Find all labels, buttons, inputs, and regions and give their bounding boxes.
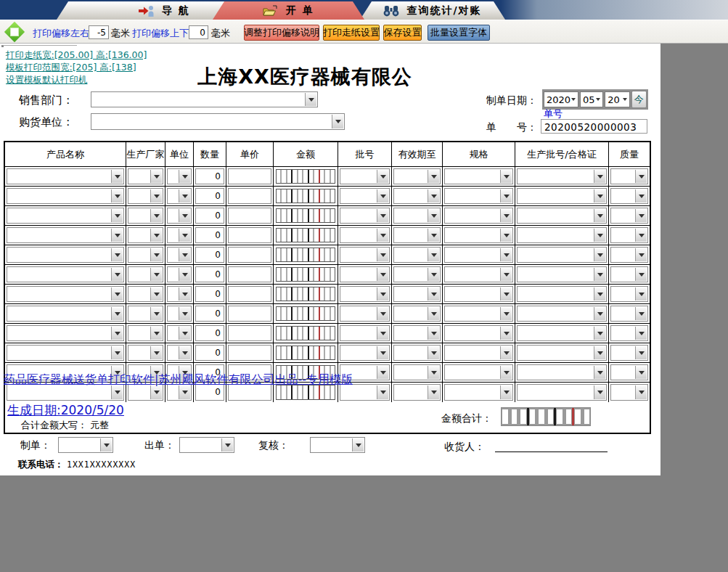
batch-no-combobox[interactable] bbox=[340, 247, 390, 263]
chevron-down-icon[interactable] bbox=[377, 327, 388, 340]
quality-combobox[interactable] bbox=[610, 286, 648, 302]
prod-batch-cert-combobox[interactable] bbox=[517, 384, 607, 401]
unit-price-input[interactable] bbox=[228, 188, 271, 204]
chevron-down-icon[interactable] bbox=[635, 366, 647, 379]
chevron-down-icon[interactable] bbox=[500, 307, 512, 320]
product-combobox[interactable] bbox=[7, 306, 124, 322]
chevron-down-icon[interactable] bbox=[571, 98, 576, 101]
vendor-watermark-link[interactable]: 药品医疗器械送货单打印软件|苏州飓风软件有限公司出品--专用模版 bbox=[4, 372, 353, 388]
chevron-down-icon[interactable] bbox=[500, 287, 512, 301]
spec-combobox[interactable] bbox=[444, 345, 513, 361]
chevron-down-icon[interactable] bbox=[428, 268, 439, 281]
unit-combobox[interactable] bbox=[167, 266, 192, 282]
quantity-input[interactable]: 0 bbox=[195, 188, 224, 204]
year-dropdown[interactable]: 2020 bbox=[544, 91, 578, 107]
prod-batch-cert-combobox[interactable] bbox=[517, 227, 607, 243]
chevron-down-icon[interactable] bbox=[111, 307, 123, 320]
chevron-down-icon[interactable] bbox=[500, 366, 512, 379]
chevron-down-icon[interactable] bbox=[594, 366, 605, 379]
chevron-down-icon[interactable] bbox=[179, 346, 190, 359]
unit-price-input[interactable] bbox=[228, 168, 271, 184]
chevron-down-icon[interactable] bbox=[150, 189, 162, 203]
manufacturer-combobox[interactable] bbox=[128, 188, 163, 204]
unit-price-input[interactable] bbox=[228, 306, 271, 322]
chevron-down-icon[interactable] bbox=[428, 366, 439, 379]
manufacturer-combobox[interactable] bbox=[128, 325, 163, 341]
product-combobox[interactable] bbox=[7, 266, 124, 282]
prod-batch-cert-combobox[interactable] bbox=[517, 168, 607, 184]
chevron-down-icon[interactable] bbox=[111, 287, 123, 301]
chevron-down-icon[interactable] bbox=[594, 229, 605, 242]
day-dropdown[interactable]: 20 bbox=[605, 91, 629, 107]
quality-combobox[interactable] bbox=[610, 306, 648, 322]
unit-combobox[interactable] bbox=[167, 227, 192, 243]
prod-batch-cert-combobox[interactable] bbox=[517, 325, 607, 341]
manufacturer-combobox[interactable] bbox=[128, 168, 163, 184]
chevron-down-icon[interactable] bbox=[594, 385, 605, 399]
generated-date-link[interactable]: 生成日期:2020/5/20 bbox=[7, 402, 124, 419]
manufacturer-combobox[interactable] bbox=[128, 227, 163, 243]
chevron-down-icon[interactable] bbox=[635, 170, 647, 183]
quality-combobox[interactable] bbox=[610, 364, 648, 380]
prod-batch-cert-combobox[interactable] bbox=[517, 208, 607, 224]
quality-combobox[interactable] bbox=[610, 384, 648, 401]
chevron-down-icon[interactable] bbox=[594, 209, 605, 222]
batch-no-combobox[interactable] bbox=[340, 325, 390, 341]
chevron-down-icon[interactable] bbox=[500, 229, 512, 242]
chevron-down-icon[interactable] bbox=[594, 307, 605, 320]
prod-batch-cert-combobox[interactable] bbox=[517, 364, 607, 380]
chevron-down-icon[interactable] bbox=[428, 229, 439, 242]
quantity-input[interactable]: 0 bbox=[195, 286, 224, 302]
unit-combobox[interactable] bbox=[167, 188, 192, 204]
product-combobox[interactable] bbox=[7, 168, 124, 184]
manufacturer-combobox[interactable] bbox=[128, 247, 163, 263]
batch-no-combobox[interactable] bbox=[340, 227, 390, 243]
chevron-down-icon[interactable] bbox=[428, 327, 439, 340]
quantity-input[interactable]: 0 bbox=[195, 247, 224, 263]
chevron-down-icon[interactable] bbox=[635, 229, 647, 242]
chevron-down-icon[interactable] bbox=[594, 327, 605, 340]
spec-combobox[interactable] bbox=[444, 384, 513, 401]
chevron-down-icon[interactable] bbox=[377, 268, 388, 281]
chevron-down-icon[interactable] bbox=[179, 287, 190, 301]
spec-combobox[interactable] bbox=[444, 286, 513, 302]
batch-no-combobox[interactable] bbox=[340, 266, 390, 282]
quality-combobox[interactable] bbox=[610, 325, 648, 341]
prod-batch-cert-combobox[interactable] bbox=[517, 188, 607, 204]
chevron-down-icon[interactable] bbox=[635, 248, 647, 261]
spec-combobox[interactable] bbox=[444, 247, 513, 263]
chevron-down-icon[interactable] bbox=[111, 229, 123, 242]
chevron-down-icon[interactable] bbox=[428, 170, 439, 183]
save-settings-button[interactable]: 保存设置 bbox=[383, 25, 422, 41]
chevron-down-icon[interactable] bbox=[111, 189, 123, 203]
chevron-down-icon[interactable] bbox=[428, 287, 439, 301]
quality-combobox[interactable] bbox=[610, 168, 648, 184]
manufacturer-combobox[interactable] bbox=[128, 208, 163, 224]
batch-font-button[interactable]: 批量设置字体 bbox=[428, 25, 490, 41]
expiry-combobox[interactable] bbox=[393, 208, 441, 224]
chevron-down-icon[interactable] bbox=[500, 248, 512, 261]
chevron-down-icon[interactable] bbox=[428, 385, 439, 399]
chevron-down-icon[interactable] bbox=[428, 307, 439, 320]
chevron-down-icon[interactable] bbox=[352, 438, 364, 452]
spec-combobox[interactable] bbox=[444, 266, 513, 282]
quality-combobox[interactable] bbox=[610, 266, 648, 282]
expiry-combobox[interactable] bbox=[393, 364, 441, 380]
chevron-down-icon[interactable] bbox=[635, 287, 647, 301]
spec-combobox[interactable] bbox=[444, 188, 513, 204]
chevron-down-icon[interactable] bbox=[377, 189, 388, 203]
chevron-down-icon[interactable] bbox=[179, 307, 190, 320]
unit-combobox[interactable] bbox=[167, 208, 192, 224]
unit-price-input[interactable] bbox=[228, 286, 271, 302]
chevron-down-icon[interactable] bbox=[150, 268, 162, 281]
expiry-combobox[interactable] bbox=[393, 247, 441, 263]
expiry-combobox[interactable] bbox=[393, 266, 441, 282]
chevron-down-icon[interactable] bbox=[500, 346, 512, 359]
spec-combobox[interactable] bbox=[444, 168, 513, 184]
chevron-down-icon[interactable] bbox=[150, 170, 162, 183]
quantity-input[interactable]: 0 bbox=[195, 306, 224, 322]
chevron-down-icon[interactable] bbox=[594, 346, 605, 359]
chevron-down-icon[interactable] bbox=[111, 170, 123, 183]
chevron-down-icon[interactable] bbox=[150, 327, 162, 340]
chevron-down-icon[interactable] bbox=[179, 189, 190, 203]
